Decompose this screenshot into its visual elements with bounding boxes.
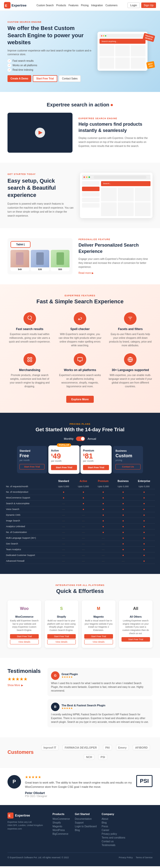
th-business: Business <box>113 478 133 484</box>
table-row: Geo Search———●● <box>5 541 155 547</box>
signup-button[interactable]: Sign Up <box>141 2 156 8</box>
footer-privacy-link[interactable]: Privacy Policy <box>119 856 133 859</box>
nav-custom-search[interactable]: Custom Search <box>36 4 54 7</box>
footer-link-0-3[interactable]: WordPress <box>53 829 70 832</box>
read-more-link[interactable]: Read more ▶ <box>78 272 153 274</box>
integration-card-2: M Magento Build a visual search bar in y… <box>82 600 116 648</box>
integration-btn2-2[interactable]: View details <box>84 640 113 644</box>
big-t-quote: Great team to work with. The ability to … <box>25 780 132 789</box>
footer-link-0-4[interactable]: BigCommerce <box>53 833 70 835</box>
demo-button[interactable]: Create A Demo <box>7 75 31 82</box>
footer-link-2-4[interactable]: Privacy policy <box>102 833 126 835</box>
monthly-label: Monthly <box>64 437 74 440</box>
big-t-stars: ★★★★★ <box>25 775 132 779</box>
customer-logos: Inproof ITFARMACIA DEVELOPERPAIEmeryAFIB… <box>38 745 153 760</box>
trial-button[interactable]: Start Free Trial <box>33 75 57 82</box>
pricing-title: Get Started With the 14-day Free Trial <box>5 427 155 433</box>
integration-card-1: S Shopify Build our search bar to your p… <box>45 600 78 648</box>
billing-toggle[interactable] <box>76 436 85 441</box>
nav-customers[interactable]: Customers <box>105 4 118 7</box>
footer-link-2-3[interactable]: Career <box>102 829 126 832</box>
integration-logo-2: M <box>84 604 113 613</box>
plan-btn-active[interactable]: Start Free Trial <box>51 465 77 470</box>
show-more-link[interactable]: Show More ▶ <box>7 684 42 687</box>
plan-btn-premium[interactable]: Start Free Trial <box>83 465 109 470</box>
testimonial-name-1: Great Plugin <box>62 673 78 676</box>
contact-button[interactable]: Contact Sales <box>59 75 81 82</box>
setup-text: GET STARTED TODAY Easy setup, Quick sear… <box>7 173 74 218</box>
feature-icon-platform <box>74 353 86 366</box>
pricing-table: Standard Active Premium Business Enterpr… <box>5 478 155 564</box>
integration-btn2-0[interactable]: View details <box>10 640 39 644</box>
footer-col-0: ProductsWooCommerceShopifyMagentoWordPre… <box>53 812 70 847</box>
footer-link-0-0[interactable]: WooCommerce <box>53 817 70 820</box>
company-logo-psi: PSI <box>136 775 153 787</box>
svg-rect-7 <box>28 360 29 362</box>
footer-link-2-5[interactable]: Terms and conditions <box>102 836 126 839</box>
hero-feature-2: ✓ Works on all platforms <box>7 64 93 67</box>
integration-btn1-1[interactable]: Start Free Trial <box>47 634 76 639</box>
integration-desc-2: Build a visual search bar in your Magent… <box>84 619 113 632</box>
testimonial-card-2: B The Best & Fastest Search Plugin ★★★★★… <box>47 699 153 727</box>
customer-logo-3: Emery <box>116 745 129 750</box>
footer-logo-icon: E <box>7 812 13 818</box>
footer: E Expertree Expertree Solve any Ltd. HW4… <box>0 805 160 866</box>
customer-logo-1: FARMACIA DEVELOPER <box>63 745 99 750</box>
integration-btn1-3[interactable]: Start Free Trial <box>122 637 150 642</box>
play-button[interactable] <box>35 128 45 138</box>
setup-tag: GET STARTED TODAY <box>7 173 74 176</box>
integration-logo-3: All <box>122 604 150 613</box>
explore-more-button[interactable]: Explore More <box>66 396 94 403</box>
plan-btn-standard[interactable]: Start Free Trial <box>20 464 44 469</box>
customers-label: Customers <box>7 749 33 755</box>
features-section: EXPERTREE FEATURES Fast & Simple Search … <box>0 284 160 413</box>
footer-link-1-1[interactable]: Support <box>75 821 96 824</box>
th-standard: Standard <box>54 478 73 484</box>
footer-link-1-3[interactable]: Blog <box>75 829 96 832</box>
table-row: Team Analytics———●● <box>5 547 155 552</box>
login-button[interactable]: Login <box>128 2 140 8</box>
arrow-icon: ▶ <box>92 272 94 274</box>
nav-pricing[interactable]: Pricing <box>81 4 89 7</box>
badge-award: BEST2022 <box>146 61 155 69</box>
footer-link-2-2[interactable]: Press <box>102 825 126 828</box>
integration-btn2-1[interactable]: View details <box>47 640 76 644</box>
plan-btn-business[interactable]: Contact Us <box>116 464 140 469</box>
footer-link-0-2[interactable]: Magento <box>53 825 70 828</box>
nav-products[interactable]: Products <box>56 4 66 7</box>
footer-terms-link[interactable]: Terms of Service <box>136 856 153 859</box>
integration-card-0: Woo WooCommerce Easily add Expertree Sea… <box>7 600 41 648</box>
nav-features[interactable]: Features <box>68 4 78 7</box>
logo[interactable]: E Expertree <box>4 2 27 8</box>
customer-logo-6: PSI <box>98 754 107 760</box>
hero-tag: CUSTOM SEARCH ENGINE <box>7 21 93 23</box>
feature-icon-spell <box>74 312 86 325</box>
integration-name-2: Magento <box>84 615 113 618</box>
filter-icon <box>128 316 133 321</box>
feature-item-search: Fast search results Expertree search res… <box>7 312 52 347</box>
footer-col-1: Get StartedDocumentationSupportLogin to … <box>75 812 96 847</box>
footer-link-2-0[interactable]: About <box>102 817 126 820</box>
svg-text:E: E <box>5 4 7 7</box>
feature-item-filter: Facets and filters Easy-to-use Filters a… <box>108 312 153 347</box>
footer-link-1-0[interactable]: Documentation <box>75 817 96 820</box>
nav-integration[interactable]: Integration <box>91 4 103 7</box>
table-row: No. of requests/monthUpto 5,000Upto 5,00… <box>5 484 155 489</box>
footer-link-2-1[interactable]: Blog <box>102 821 126 824</box>
footer-link-2-6[interactable]: Contact us <box>102 840 126 843</box>
personal-description: Engage your users with Expertree's Perso… <box>78 257 153 269</box>
integration-card-3: All All Others Looking Expertree search … <box>119 600 153 648</box>
testimonial-stars-1: ★★★★★ <box>62 676 78 678</box>
integration-btn1-0[interactable]: Start Free Trial <box>10 634 39 639</box>
footer-link-0-1[interactable]: Shopify <box>53 821 70 824</box>
plan-period-business: pricing <box>116 459 140 462</box>
hero-mockup: Search anything... <box>97 32 148 71</box>
big-t-author: Peter Ollodart <box>25 791 132 795</box>
setup-image: Search... <box>80 173 153 218</box>
th-feature <box>5 478 54 484</box>
svg-text:E: E <box>8 814 10 817</box>
integration-btn1-2[interactable]: Start Free Trial <box>84 634 113 639</box>
footer-link-2-7[interactable]: Testimonials <box>102 844 126 846</box>
footer-link-1-2[interactable]: Login to Dashboard <box>75 825 96 828</box>
plan-business: Business Custom pricing Contact Us <box>113 446 143 473</box>
